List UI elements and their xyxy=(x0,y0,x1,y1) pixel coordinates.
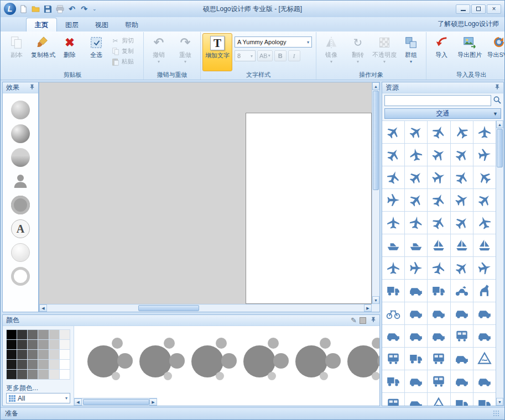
color-swatch[interactable] xyxy=(7,330,17,339)
group-button[interactable]: 群组 ▾ xyxy=(398,33,424,71)
opacity-button[interactable]: 不透明度 ▾ xyxy=(371,33,398,71)
resource-item-plane[interactable] xyxy=(382,144,404,166)
canvas-page[interactable] xyxy=(246,113,372,304)
resource-item-car[interactable] xyxy=(405,393,427,406)
resource-item-car[interactable] xyxy=(405,325,427,347)
effect-item-person[interactable] xyxy=(11,172,30,191)
color-swatch[interactable] xyxy=(49,340,59,349)
resource-item-boat[interactable] xyxy=(405,234,427,256)
color-swatch[interactable] xyxy=(28,350,38,359)
pencil-icon[interactable]: ✎ xyxy=(351,316,357,324)
resource-item-moto[interactable] xyxy=(451,280,473,302)
scroll-left-icon[interactable]: ◀ xyxy=(39,305,47,312)
delete-button[interactable]: ✖ 删除 xyxy=(56,33,83,71)
undo-button[interactable]: ↶ 撤销 ▾ xyxy=(145,33,172,71)
tab-layers[interactable]: 图层 xyxy=(57,18,87,32)
resource-item-truck[interactable] xyxy=(451,393,473,406)
tab-help[interactable]: 帮助 xyxy=(117,18,147,32)
cut-button[interactable]: ✂ 剪切 xyxy=(110,35,142,46)
resource-item-car[interactable] xyxy=(451,370,473,392)
resource-item-sail[interactable] xyxy=(428,234,450,256)
resource-item-plane[interactable] xyxy=(473,144,496,166)
resource-item-plane[interactable] xyxy=(405,166,427,188)
resource-item-plane[interactable] xyxy=(473,212,496,234)
mirror-button[interactable]: 镜像 ▾ xyxy=(318,33,345,71)
resource-item-car[interactable] xyxy=(428,302,450,324)
effect-item-ring-gray[interactable] xyxy=(11,196,30,214)
italic-button[interactable]: I xyxy=(288,50,300,61)
resource-item-truck[interactable] xyxy=(405,348,427,370)
resource-item-plane[interactable] xyxy=(428,189,450,211)
resources-pin-icon[interactable] xyxy=(494,83,500,92)
color-swatch[interactable] xyxy=(60,330,70,339)
duplicate-button[interactable]: 副本 xyxy=(3,33,30,71)
color-swatch[interactable] xyxy=(28,360,38,369)
color-swatch[interactable] xyxy=(49,370,59,379)
export-svg-button[interactable]: 导出SVG xyxy=(485,33,505,71)
resource-item-plane[interactable] xyxy=(382,212,404,234)
save-icon[interactable] xyxy=(43,4,53,14)
resource-item-plane[interactable] xyxy=(473,121,496,143)
resource-item-car[interactable] xyxy=(451,348,473,370)
resources-scroll-up-icon[interactable]: ▲ xyxy=(496,120,503,128)
color-swatch[interactable] xyxy=(7,370,17,379)
flip-button[interactable]: ↻ 翻转 ▾ xyxy=(345,33,371,71)
color-swatch[interactable] xyxy=(38,340,48,349)
close-button[interactable]: × xyxy=(487,4,501,14)
resource-item-plane[interactable] xyxy=(405,189,427,211)
tab-view[interactable]: 视图 xyxy=(87,18,117,32)
color-swatch[interactable] xyxy=(38,350,48,359)
effect-item-half-dark[interactable] xyxy=(11,148,30,167)
effect-item-shade-br[interactable] xyxy=(11,124,30,143)
color-swatch[interactable] xyxy=(60,370,70,379)
more-colors-link[interactable]: 更多颜色... xyxy=(6,384,70,393)
format-painter-button[interactable]: 复制格式 xyxy=(30,33,56,71)
resource-item-plane[interactable] xyxy=(428,212,450,234)
scroll-down-icon[interactable]: ▼ xyxy=(372,296,379,304)
resource-item-plane[interactable] xyxy=(473,257,496,279)
strip-scroll-right-icon[interactable]: ▶ xyxy=(149,398,157,406)
resource-item-sail[interactable] xyxy=(451,234,473,256)
resource-item-plane[interactable] xyxy=(451,257,473,279)
learn-more-link[interactable]: 了解硕思Logo设计师 xyxy=(438,19,499,32)
resource-search-input[interactable] xyxy=(384,95,491,106)
resource-item-bus[interactable] xyxy=(428,370,450,392)
resource-item-bus[interactable] xyxy=(428,348,450,370)
color-swatch[interactable] xyxy=(7,350,17,359)
resource-item-car[interactable] xyxy=(405,370,427,392)
resize-grip[interactable] xyxy=(493,411,500,417)
font-size-select[interactable]: 8 ▾ xyxy=(235,50,256,61)
resource-item-horse[interactable] xyxy=(473,280,496,302)
bold-button[interactable]: B xyxy=(274,50,287,61)
mirror-menu-arrow-icon[interactable]: ▾ xyxy=(330,60,332,64)
current-color-swatch[interactable] xyxy=(360,317,366,324)
resource-item-bus[interactable] xyxy=(451,325,473,347)
effect-item-sphere-gray[interactable] xyxy=(11,101,30,119)
resource-item-plane[interactable] xyxy=(451,121,473,143)
resources-scrollbar[interactable]: ▲ ▼ xyxy=(496,120,503,406)
resource-item-plane[interactable] xyxy=(382,189,404,211)
tab-home[interactable]: 主页 xyxy=(26,18,57,32)
font-family-select[interactable]: A Yummy Apology ▾ xyxy=(235,36,312,48)
color-swatch[interactable] xyxy=(17,350,27,359)
resource-item-car[interactable] xyxy=(405,302,427,324)
strip-scroll-left-icon[interactable]: ◀ xyxy=(74,398,82,406)
text-case-button[interactable]: AB ▾ xyxy=(257,50,273,61)
resource-item-plane[interactable] xyxy=(405,144,427,166)
toolbar-options-icon[interactable]: ⌄ xyxy=(92,6,97,12)
color-swatch[interactable] xyxy=(60,340,70,349)
resource-item-car[interactable] xyxy=(473,302,496,324)
redo-quick-icon[interactable]: ↷ xyxy=(79,4,89,14)
effect-item-ring-outline[interactable] xyxy=(11,267,30,286)
resource-item-truck[interactable] xyxy=(428,280,450,302)
print-icon[interactable] xyxy=(55,4,65,14)
resource-item-sign[interactable] xyxy=(473,348,496,370)
resource-item-plane[interactable] xyxy=(428,121,450,143)
resource-item-plane[interactable] xyxy=(428,166,450,188)
paste-button[interactable]: 粘贴 xyxy=(110,56,142,67)
import-button[interactable]: 导入 xyxy=(428,33,455,71)
color-swatch[interactable] xyxy=(49,350,59,359)
resource-item-plane[interactable] xyxy=(473,166,496,188)
resource-item-plane[interactable] xyxy=(405,121,427,143)
color-swatch[interactable] xyxy=(38,370,48,379)
